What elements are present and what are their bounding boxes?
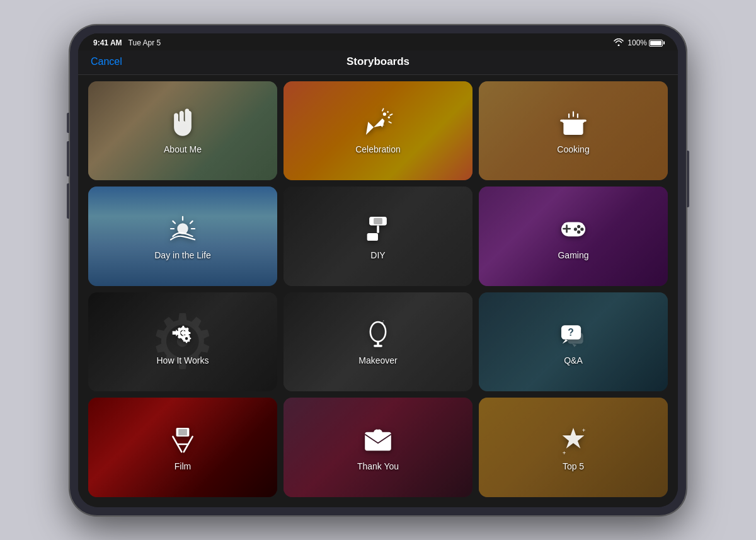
svg-line-3 (382, 109, 384, 111)
svg-point-31 (185, 337, 188, 340)
grid-item-cooking[interactable]: Cooking (479, 81, 668, 181)
svg-rect-21 (377, 226, 379, 233)
battery-indicator: 100% (627, 38, 663, 47)
status-bar: 9:41 AM Tue Apr 5 100% (78, 33, 678, 50)
svg-rect-8 (560, 120, 564, 122)
svg-point-1 (388, 117, 390, 118)
navigation-bar: Cancel Storyboards (78, 50, 678, 75)
how-it-works-label: How It Works (157, 355, 209, 365)
star-icon: + + (557, 423, 590, 456)
svg-line-4 (389, 122, 391, 124)
gamepad-icon (557, 212, 590, 245)
battery-icon (649, 40, 663, 47)
grid-item-how-it-works[interactable]: ⚙ (88, 292, 277, 392)
grid-item-celebration[interactable]: Celebration (284, 81, 472, 181)
svg-line-5 (390, 114, 392, 115)
makeover-label: Makeover (358, 355, 397, 365)
cancel-button[interactable]: Cancel (91, 56, 122, 67)
about-me-label: About Me (164, 144, 202, 154)
svg-rect-22 (367, 233, 378, 241)
grid-item-thank-you[interactable]: Thank You (284, 398, 472, 497)
top5-label: Top 5 (563, 461, 584, 471)
thank-you-label: Thank You (357, 461, 399, 471)
svg-text:+: + (563, 449, 566, 456)
svg-rect-20 (374, 217, 382, 224)
paint-roller-icon (362, 212, 394, 245)
svg-point-36 (381, 322, 383, 324)
svg-marker-48 (563, 428, 585, 449)
svg-point-2 (387, 112, 389, 113)
grid-item-makeover[interactable]: Makeover (284, 292, 472, 392)
svg-point-29 (577, 230, 580, 233)
grid-item-gaming[interactable]: Gaming (479, 187, 668, 286)
wifi-icon (614, 38, 624, 48)
grid-item-top5[interactable]: + + Top 5 (479, 398, 668, 497)
director-chair-icon (166, 423, 199, 456)
storyboards-grid-container: About Me (78, 75, 678, 507)
svg-rect-41 (568, 333, 583, 344)
mirror-icon (362, 318, 394, 350)
cooking-label: Cooking (557, 144, 589, 154)
svg-text:+: + (582, 427, 586, 434)
svg-line-17 (173, 221, 175, 224)
svg-rect-35 (374, 345, 382, 347)
hand-wave-icon (166, 106, 199, 139)
svg-point-27 (580, 227, 583, 231)
battery-percentage: 100% (627, 38, 647, 47)
grid-item-about-me[interactable]: About Me (88, 81, 277, 181)
sunrise-icon (166, 212, 199, 245)
gears-icon (166, 318, 199, 350)
svg-rect-7 (563, 120, 585, 123)
device-screen: 9:41 AM Tue Apr 5 100% (78, 33, 678, 507)
svg-point-33 (370, 322, 386, 342)
svg-point-38 (383, 321, 384, 322)
film-label: Film (175, 461, 191, 471)
envelope-heart-icon (362, 423, 394, 456)
grid-item-qa[interactable]: ? Q&A (479, 292, 668, 392)
grid-item-day-in-life[interactable]: Day in the Life (88, 187, 277, 286)
status-date: Tue Apr 5 (129, 38, 161, 47)
status-time: 9:41 AM (93, 38, 122, 47)
gaming-label: Gaming (558, 250, 588, 260)
ipad-device: 9:41 AM Tue Apr 5 100% (69, 25, 687, 516)
grid-item-film[interactable]: Film (88, 398, 277, 497)
svg-rect-9 (582, 120, 587, 122)
storyboards-grid: About Me (88, 81, 668, 497)
qa-label: Q&A (564, 355, 583, 365)
day-in-life-label: Day in the Life (154, 250, 211, 260)
svg-rect-46 (178, 428, 187, 435)
grid-item-diy[interactable]: DIY (284, 187, 472, 286)
svg-point-28 (574, 227, 577, 231)
svg-point-0 (383, 113, 386, 116)
svg-point-37 (384, 326, 386, 328)
svg-line-15 (190, 221, 193, 224)
qa-bubble-icon: ? (557, 318, 590, 350)
nav-title: Storyboards (346, 55, 410, 68)
party-popper-icon (362, 106, 394, 139)
svg-point-26 (577, 225, 580, 228)
celebration-label: Celebration (355, 144, 401, 154)
cooking-pot-icon (557, 106, 590, 139)
diy-label: DIY (370, 250, 385, 260)
